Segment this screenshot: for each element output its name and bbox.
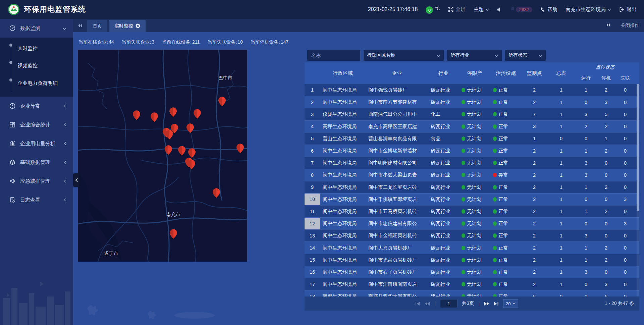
sidebar-item-7[interactable]: 日志查看: [0, 191, 73, 209]
theme-menu[interactable]: 主题: [474, 6, 489, 13]
region-select[interactable]: 行政区域名称: [363, 50, 444, 61]
map-pin-icon[interactable]: [169, 107, 177, 117]
cell-facility-status: 正常: [490, 290, 521, 296]
stat-label: 当前停机设备:: [251, 39, 280, 45]
table-scrollbar[interactable]: [637, 84, 639, 296]
page-title: 环保用电监管系统: [24, 4, 86, 14]
table-row[interactable]: 9阆中生态环境局阆中市二龙长宝页岩砖砖瓦行业无计划正常21120: [305, 181, 639, 193]
prev-page-button[interactable]: [425, 302, 430, 306]
cell-stop-plan: 无计划: [459, 254, 490, 266]
status-dot-green: [462, 185, 465, 189]
sidebar-item-4[interactable]: 企业用电量分析: [0, 134, 73, 153]
close-operations-button[interactable]: 关闭操作: [621, 22, 639, 29]
map-pin-icon[interactable]: [165, 145, 172, 155]
table-row[interactable]: 8阆中生态环境局阆中市枣碧大梁山页岩砖瓦行业无计划异常21300: [305, 169, 639, 181]
cell-monitor-points: 2: [521, 169, 547, 181]
table-row[interactable]: 4高坪生态环境局南充市高坪区王家店建砖瓦行业无计划正常31220: [305, 120, 639, 132]
cell-total-meters: 1: [547, 278, 575, 290]
table-row[interactable]: 11阆中生态环境局阆中市五马桥页岩机砖砖瓦行业无计划正常21120: [305, 205, 639, 217]
table-row[interactable]: 17阆中生态环境局阆中市江南镇阆南页岩砖瓦行业无计划正常21030: [305, 278, 639, 290]
tab-bar: 首页实时监控 关闭操作: [73, 19, 644, 32]
page-size-select[interactable]: 20: [503, 299, 518, 308]
map-collapse-handle[interactable]: [73, 173, 79, 187]
chevron-down-icon: [495, 53, 498, 58]
sidebar-subitem[interactable]: 企业电力负荷明细: [0, 74, 73, 92]
cell-row-number: 2: [305, 96, 320, 108]
next-page-button[interactable]: [484, 302, 489, 306]
table-row[interactable]: 3仪陇生态环境局西南油气田分公司川中化工无计划正常71350: [305, 108, 639, 120]
tab-首页[interactable]: 首页: [87, 20, 107, 32]
stat-label: 当前在线设备:: [162, 39, 192, 45]
notifications-button[interactable]: 2632: [510, 6, 532, 13]
sidebar-item-3[interactable]: 企业综合统计: [0, 115, 73, 134]
tabs-scroll-left-icon[interactable]: [73, 19, 87, 32]
first-page-button[interactable]: [415, 302, 420, 306]
last-page-button[interactable]: [494, 302, 499, 306]
status-select[interactable]: 所有状态: [505, 50, 546, 61]
cell-disconnected: 0: [615, 133, 635, 145]
table-row[interactable]: 16阆中生态环境局阆中市石子页岩机砖厂砖瓦行业无计划正常21300: [305, 266, 639, 278]
status-dot-green: [462, 209, 465, 214]
close-icon[interactable]: [136, 23, 140, 29]
table-row[interactable]: 10阆中生态环境局阆中千佛镇五郎垭页岩砖瓦行业无计划正常21003: [305, 193, 639, 205]
tab-实时监控[interactable]: 实时监控: [109, 20, 146, 32]
fullscreen-button[interactable]: 全屏: [448, 6, 466, 13]
sidebar-item-1[interactable]: 数据监测: [0, 19, 73, 38]
table-scrollbar-thumb[interactable]: [637, 84, 639, 211]
table-row[interactable]: 15阆中生态环境局阆中市光富页岩机砖厂砖瓦行业无计划正常21120: [305, 254, 639, 266]
table-row[interactable]: 18南部生态环境局南部县双华水泥有限公建材行业无计划正常60060: [305, 290, 639, 296]
sidebar-item-6[interactable]: 应急减排管理: [0, 172, 73, 191]
map-pin-icon[interactable]: [151, 112, 158, 122]
bell-icon: [510, 6, 515, 13]
name-search-field[interactable]: [307, 50, 361, 61]
table-row[interactable]: 5营山生态环境局营山县润丰肉食品有限食品无计划正常10010: [305, 132, 639, 145]
status-dot-green: [462, 161, 465, 165]
map-pin-icon[interactable]: [133, 110, 140, 120]
map-panel[interactable]: 巴中市南充市遂宁市: [78, 50, 247, 262]
map-pin-icon[interactable]: [171, 124, 178, 134]
org-menu[interactable]: 南充市生态环境局: [566, 6, 611, 13]
stats-icon: [9, 122, 15, 128]
table-row[interactable]: 1阆中生态环境局阆中强锐页岩砖厂砖瓦行业无计划正常21120: [305, 84, 639, 96]
table-row[interactable]: 2阆中生态环境局阆中市南方节能建材有砖瓦行业无计划正常21030: [305, 96, 639, 108]
map-pin-icon[interactable]: [194, 109, 201, 119]
cell-facility-status: 正常: [490, 266, 521, 278]
sidebar-item-2[interactable]: 企业异常: [0, 97, 73, 115]
chevron-down-icon: [539, 53, 542, 58]
page-number-input[interactable]: 1: [440, 299, 458, 308]
cell-region: 阆中生态环境局: [320, 145, 366, 157]
table-row[interactable]: 13阆中生态环境局阆中市金福旺页岩机砖砖瓦行业无计划正常21300: [305, 229, 639, 241]
cell-stopped: 0: [597, 266, 615, 278]
logout-button[interactable]: 退出: [619, 6, 637, 13]
map-pin-icon[interactable]: [186, 123, 194, 133]
sidebar-item-label: 应急减排管理: [20, 178, 50, 184]
industry-select[interactable]: 所有行业: [447, 50, 502, 61]
table-row[interactable]: 6阆中生态环境局阆中市金博瑞新型墙材砖瓦行业无计划正常21120: [305, 145, 639, 157]
cell-disconnected: 0: [615, 145, 635, 157]
cell-stopped: 3: [597, 278, 615, 290]
map-pin-icon[interactable]: [218, 97, 226, 107]
map-pin-icon[interactable]: [188, 160, 195, 170]
cell-running: 1: [575, 145, 597, 157]
mute-speaker-icon[interactable]: [497, 7, 502, 12]
name-search-input[interactable]: [311, 52, 357, 58]
status-dot-green: [493, 282, 497, 286]
table-row[interactable]: 7阆中生态环境局阆中明阳建材有限公司砖瓦行业无计划正常21300: [305, 157, 639, 169]
tabs-scroll-right-icon[interactable]: [606, 23, 611, 28]
cell-row-number: 10: [305, 194, 320, 205]
cell-row-number: 17: [305, 278, 320, 290]
cell-monitor-points: 6: [521, 290, 547, 296]
cell-total-meters: 1: [547, 181, 575, 193]
sidebar-item-5[interactable]: 基础数据管理: [0, 153, 73, 172]
help-button[interactable]: 帮助: [540, 6, 557, 13]
map-pin-icon[interactable]: [213, 188, 220, 198]
sidebar-subitem[interactable]: 视频监控: [0, 57, 73, 74]
table-row[interactable]: 12阆中生态环境局阆中市忠信建材有限公砖瓦行业无计划正常21003: [305, 217, 639, 229]
sidebar-submenu: 实时监控视频监控企业电力负荷明细: [0, 38, 73, 97]
map-pin-icon[interactable]: [170, 229, 177, 239]
sidebar-subitem[interactable]: 实时监控: [0, 40, 73, 57]
map-pin-icon[interactable]: [188, 148, 196, 158]
map-pin-icon[interactable]: [236, 144, 244, 154]
map-pin-icon[interactable]: [178, 146, 185, 156]
table-row[interactable]: 14阆中生态环境局阆中大兴页岩机砖厂砖瓦行业无计划正常21120: [305, 241, 639, 254]
